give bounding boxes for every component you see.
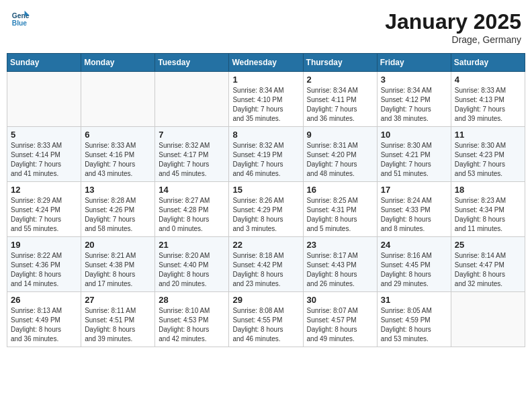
day-number: 29 [232, 295, 299, 305]
calendar-week-row: 1Sunrise: 8:34 AM Sunset: 4:10 PM Daylig… [7, 72, 525, 127]
calendar-cell [81, 72, 155, 127]
day-info: Sunrise: 8:28 AM Sunset: 4:26 PM Dayligh… [85, 196, 151, 234]
calendar-cell: 9Sunrise: 8:31 AM Sunset: 4:20 PM Daylig… [303, 127, 377, 182]
day-info: Sunrise: 8:23 AM Sunset: 4:34 PM Dayligh… [455, 196, 521, 234]
day-info: Sunrise: 8:26 AM Sunset: 4:29 PM Dayligh… [232, 196, 299, 234]
day-info: Sunrise: 8:21 AM Sunset: 4:38 PM Dayligh… [85, 251, 151, 289]
day-info: Sunrise: 8:33 AM Sunset: 4:14 PM Dayligh… [11, 141, 77, 179]
day-info: Sunrise: 8:33 AM Sunset: 4:16 PM Dayligh… [85, 141, 151, 179]
day-number: 5 [11, 130, 77, 140]
calendar-cell: 8Sunrise: 8:32 AM Sunset: 4:19 PM Daylig… [229, 127, 303, 182]
day-info: Sunrise: 8:18 AM Sunset: 4:42 PM Dayligh… [232, 251, 299, 289]
calendar-cell: 31Sunrise: 8:05 AM Sunset: 4:59 PM Dayli… [377, 292, 451, 347]
calendar-week-row: 19Sunrise: 8:22 AM Sunset: 4:36 PM Dayli… [7, 237, 525, 292]
logo-icon: General Blue [11, 9, 30, 28]
day-number: 6 [85, 130, 151, 140]
day-info: Sunrise: 8:30 AM Sunset: 4:23 PM Dayligh… [455, 141, 521, 179]
weekday-header: Friday [377, 54, 451, 72]
calendar-cell: 28Sunrise: 8:10 AM Sunset: 4:53 PM Dayli… [155, 292, 229, 347]
month-title: January 2025 [385, 9, 521, 34]
calendar-cell: 12Sunrise: 8:29 AM Sunset: 4:24 PM Dayli… [7, 182, 81, 237]
calendar-cell: 21Sunrise: 8:20 AM Sunset: 4:40 PM Dayli… [155, 237, 229, 292]
day-info: Sunrise: 8:07 AM Sunset: 4:57 PM Dayligh… [307, 306, 373, 344]
day-number: 24 [381, 240, 447, 250]
calendar-cell: 4Sunrise: 8:33 AM Sunset: 4:13 PM Daylig… [451, 72, 525, 127]
calendar-cell: 5Sunrise: 8:33 AM Sunset: 4:14 PM Daylig… [7, 127, 81, 182]
day-number: 10 [381, 130, 447, 140]
calendar-cell [7, 72, 81, 127]
calendar-cell: 18Sunrise: 8:23 AM Sunset: 4:34 PM Dayli… [451, 182, 525, 237]
day-info: Sunrise: 8:20 AM Sunset: 4:40 PM Dayligh… [159, 251, 225, 289]
calendar-cell [451, 292, 525, 347]
day-number: 23 [307, 240, 373, 250]
calendar-cell: 30Sunrise: 8:07 AM Sunset: 4:57 PM Dayli… [303, 292, 377, 347]
calendar-cell: 2Sunrise: 8:34 AM Sunset: 4:11 PM Daylig… [303, 72, 377, 127]
day-info: Sunrise: 8:32 AM Sunset: 4:19 PM Dayligh… [232, 141, 299, 179]
day-info: Sunrise: 8:24 AM Sunset: 4:33 PM Dayligh… [381, 196, 447, 234]
day-number: 22 [232, 240, 299, 250]
day-number: 12 [11, 185, 77, 195]
day-number: 30 [307, 295, 373, 305]
day-number: 11 [455, 130, 521, 140]
location: Drage, Germany [385, 34, 521, 45]
calendar-cell: 10Sunrise: 8:30 AM Sunset: 4:21 PM Dayli… [377, 127, 451, 182]
calendar-cell: 1Sunrise: 8:34 AM Sunset: 4:10 PM Daylig… [229, 72, 303, 127]
day-info: Sunrise: 8:34 AM Sunset: 4:10 PM Dayligh… [232, 86, 299, 124]
day-number: 2 [307, 75, 373, 85]
logo: General Blue [11, 9, 30, 28]
day-number: 19 [11, 240, 77, 250]
day-info: Sunrise: 8:16 AM Sunset: 4:45 PM Dayligh… [381, 251, 447, 289]
day-info: Sunrise: 8:22 AM Sunset: 4:36 PM Dayligh… [11, 251, 77, 289]
day-info: Sunrise: 8:25 AM Sunset: 4:31 PM Dayligh… [307, 196, 373, 234]
day-number: 7 [159, 130, 225, 140]
day-number: 17 [381, 185, 447, 195]
day-number: 4 [455, 75, 521, 85]
day-number: 20 [85, 240, 151, 250]
day-number: 16 [307, 185, 373, 195]
day-info: Sunrise: 8:32 AM Sunset: 4:17 PM Dayligh… [159, 141, 225, 179]
day-number: 28 [159, 295, 225, 305]
day-info: Sunrise: 8:34 AM Sunset: 4:12 PM Dayligh… [381, 86, 447, 124]
calendar-cell: 7Sunrise: 8:32 AM Sunset: 4:17 PM Daylig… [155, 127, 229, 182]
weekday-header: Monday [81, 54, 155, 72]
calendar-week-row: 5Sunrise: 8:33 AM Sunset: 4:14 PM Daylig… [7, 127, 525, 182]
day-info: Sunrise: 8:10 AM Sunset: 4:53 PM Dayligh… [159, 306, 225, 344]
day-number: 15 [232, 185, 299, 195]
calendar-cell: 19Sunrise: 8:22 AM Sunset: 4:36 PM Dayli… [7, 237, 81, 292]
calendar-cell: 11Sunrise: 8:30 AM Sunset: 4:23 PM Dayli… [451, 127, 525, 182]
calendar-cell: 15Sunrise: 8:26 AM Sunset: 4:29 PM Dayli… [229, 182, 303, 237]
weekday-header: Sunday [7, 54, 81, 72]
day-number: 9 [307, 130, 373, 140]
calendar-cell: 17Sunrise: 8:24 AM Sunset: 4:33 PM Dayli… [377, 182, 451, 237]
day-info: Sunrise: 8:29 AM Sunset: 4:24 PM Dayligh… [11, 196, 77, 234]
calendar-week-row: 12Sunrise: 8:29 AM Sunset: 4:24 PM Dayli… [7, 182, 525, 237]
day-number: 3 [381, 75, 447, 85]
calendar-cell: 14Sunrise: 8:27 AM Sunset: 4:28 PM Dayli… [155, 182, 229, 237]
page-header: General Blue January 2025 Drage, Germany [7, 7, 525, 48]
day-number: 14 [159, 185, 225, 195]
day-number: 26 [11, 295, 77, 305]
calendar-cell [155, 72, 229, 127]
calendar-cell: 27Sunrise: 8:11 AM Sunset: 4:51 PM Dayli… [81, 292, 155, 347]
calendar-week-row: 26Sunrise: 8:13 AM Sunset: 4:49 PM Dayli… [7, 292, 525, 347]
day-info: Sunrise: 8:08 AM Sunset: 4:55 PM Dayligh… [232, 306, 299, 344]
calendar-cell: 26Sunrise: 8:13 AM Sunset: 4:49 PM Dayli… [7, 292, 81, 347]
calendar-cell: 6Sunrise: 8:33 AM Sunset: 4:16 PM Daylig… [81, 127, 155, 182]
calendar-cell: 25Sunrise: 8:14 AM Sunset: 4:47 PM Dayli… [451, 237, 525, 292]
calendar-table: SundayMondayTuesdayWednesdayThursdayFrid… [7, 53, 525, 347]
calendar-cell: 29Sunrise: 8:08 AM Sunset: 4:55 PM Dayli… [229, 292, 303, 347]
calendar-cell: 23Sunrise: 8:17 AM Sunset: 4:43 PM Dayli… [303, 237, 377, 292]
day-number: 27 [85, 295, 151, 305]
day-number: 18 [455, 185, 521, 195]
day-number: 25 [455, 240, 521, 250]
calendar-cell: 13Sunrise: 8:28 AM Sunset: 4:26 PM Dayli… [81, 182, 155, 237]
day-info: Sunrise: 8:30 AM Sunset: 4:21 PM Dayligh… [381, 141, 447, 179]
day-number: 13 [85, 185, 151, 195]
day-info: Sunrise: 8:27 AM Sunset: 4:28 PM Dayligh… [159, 196, 225, 234]
title-block: January 2025 Drage, Germany [385, 9, 521, 45]
day-info: Sunrise: 8:17 AM Sunset: 4:43 PM Dayligh… [307, 251, 373, 289]
calendar-cell: 24Sunrise: 8:16 AM Sunset: 4:45 PM Dayli… [377, 237, 451, 292]
weekday-header: Tuesday [155, 54, 229, 72]
weekday-header: Saturday [451, 54, 525, 72]
calendar-cell: 22Sunrise: 8:18 AM Sunset: 4:42 PM Dayli… [229, 237, 303, 292]
